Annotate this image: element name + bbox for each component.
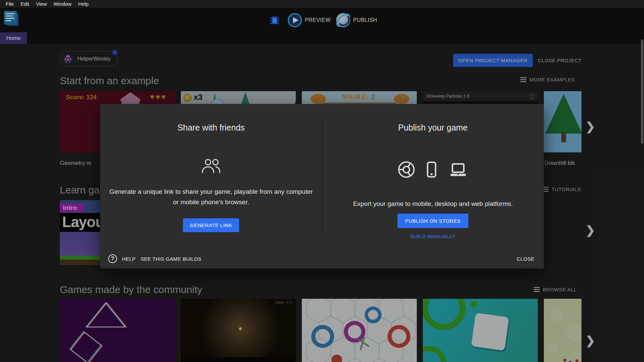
see-builds-button[interactable]: SEE THIS GAME BUILDS (140, 256, 201, 262)
menu-window[interactable]: Window (50, 1, 75, 7)
publish-button[interactable]: PUBLISH (336, 13, 377, 27)
menu-edit[interactable]: Edit (17, 1, 33, 7)
play-icon (288, 13, 302, 27)
build-manually-link[interactable]: BUILD MANUALLY (322, 233, 544, 239)
publish-label: PUBLISH (353, 17, 377, 23)
project-manager-icon[interactable] (4, 11, 19, 27)
tab-strip: Home (0, 32, 644, 44)
share-column: Share with friends Generate a unique lin… (100, 104, 322, 268)
people-icon (200, 158, 222, 175)
app-window: File Edit View Window Help (0, 0, 644, 362)
laptop-icon (448, 160, 469, 180)
share-publish-dialog: Share with friends Generate a unique lin… (100, 104, 544, 268)
close-dialog-button[interactable]: CLOSE (517, 256, 534, 262)
generate-link-button[interactable]: GENERATE LINK (183, 218, 239, 232)
chrome-icon (397, 160, 415, 180)
publish-on-stores-button[interactable]: PUBLISH ON STORES (398, 214, 469, 228)
help-button[interactable]: HELP (122, 256, 135, 262)
debug-icon[interactable] (267, 12, 282, 28)
publish-description: Export your game to mobile, desktop and … (329, 199, 537, 209)
tab-home[interactable]: Home (0, 32, 27, 44)
vertical-scrollbar[interactable] (641, 39, 643, 144)
menu-view[interactable]: View (33, 1, 50, 7)
preview-label: PREVIEW (305, 17, 331, 23)
globe-icon (336, 13, 350, 27)
menu-file[interactable]: File (2, 1, 17, 7)
menu-bar: File Edit View Window Help (0, 0, 644, 8)
publish-title: Publish your game (322, 123, 544, 133)
toolbar: PREVIEW PUBLISH (0, 8, 644, 32)
share-title: Share with friends (100, 123, 322, 133)
share-description: Generate a unique link to share your gam… (106, 187, 316, 208)
menu-help[interactable]: Help (75, 1, 92, 7)
preview-button[interactable]: PREVIEW (288, 13, 331, 27)
dialog-footer-left: ? HELP SEE THIS GAME BUILDS (108, 254, 201, 263)
publish-column: Publish your game (322, 104, 544, 268)
help-icon[interactable]: ? (108, 254, 117, 263)
smartphone-icon (423, 160, 440, 180)
